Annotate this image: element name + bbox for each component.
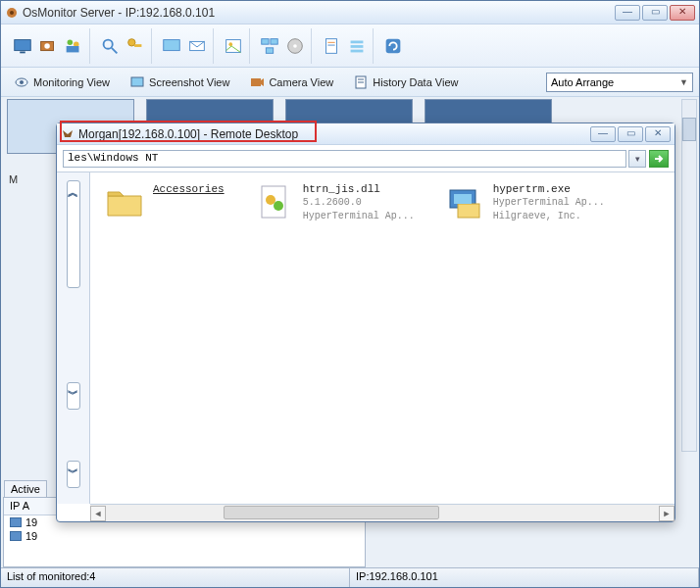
folder-name: Accessories (153, 182, 225, 196)
monitoring-view-button[interactable]: Monitoring View (7, 72, 117, 93)
eye-icon (14, 74, 29, 90)
sidebar-pane[interactable]: ︽ (67, 180, 80, 288)
exe-item[interactable]: hypertrm.exe HyperTerminal Ap... Hilgrae… (444, 182, 605, 223)
svg-rect-8 (67, 46, 79, 52)
disc-icon[interactable] (283, 34, 307, 58)
svg-rect-18 (271, 38, 277, 44)
camera-view-button[interactable]: Camera View (242, 72, 340, 93)
explorer-body: ︽ ︾ ︾ Accessories (57, 172, 675, 504)
search-icon[interactable] (98, 34, 122, 58)
main-toolbar (1, 24, 699, 68)
close-button[interactable]: ✕ (670, 5, 695, 21)
scroll-track[interactable] (106, 506, 659, 521)
history-icon (353, 74, 369, 90)
dll-name: htrn_jis.dll (303, 182, 415, 196)
window-controls: — ▭ ✕ (615, 5, 695, 21)
svg-point-21 (293, 44, 297, 48)
refresh-icon[interactable] (381, 34, 405, 58)
main-window: OsMonitor Server - IP:192.168.0.101 — ▭ … (0, 0, 700, 588)
svg-rect-27 (351, 49, 364, 52)
active-tab[interactable]: Active (4, 480, 47, 497)
maximize-button[interactable]: ▭ (642, 5, 668, 21)
sidebar-pane[interactable]: ︾ (67, 382, 80, 410)
status-monitored-count: List of monitored:4 (1, 568, 350, 587)
main-title: OsMonitor Server - IP:192.168.0.101 (19, 6, 615, 20)
chevron-down-icon: ▼ (679, 77, 688, 87)
list-icon[interactable] (345, 34, 369, 58)
svg-point-38 (266, 195, 275, 205)
exe-name: hypertrm.exe (493, 182, 605, 196)
minimize-button[interactable]: — (615, 5, 640, 21)
monitor-icon[interactable] (11, 34, 34, 58)
dll-desc: HyperTerminal Ap... (303, 210, 415, 223)
status-bar: List of monitored:4 IP:192.168.0.101 (1, 567, 699, 587)
history-view-button[interactable]: History Data View (346, 72, 465, 93)
exe-vendor: Hilgraeve, Inc. (493, 210, 605, 223)
svg-rect-31 (131, 77, 143, 86)
remote-desktop-window: Morgan[192.168.0.100] - Remote Desktop —… (56, 122, 675, 522)
svg-point-9 (104, 39, 113, 48)
svg-point-39 (274, 201, 283, 211)
pc-icon (10, 531, 22, 541)
camera-view-icon (249, 74, 265, 90)
go-button[interactable] (649, 150, 669, 168)
users-icon[interactable] (62, 34, 85, 58)
sub-maximize-button[interactable]: ▭ (618, 126, 643, 142)
svg-rect-3 (20, 51, 25, 53)
svg-rect-19 (266, 47, 273, 53)
exe-desc: HyperTerminal Ap... (493, 196, 605, 210)
chevron-up-icon: ︽ (68, 185, 78, 200)
svg-point-11 (128, 38, 135, 45)
address-bar: les\Windows NT ▾ (57, 145, 675, 172)
svg-rect-22 (326, 38, 337, 53)
network-icon[interactable] (258, 34, 281, 58)
svg-rect-28 (386, 38, 401, 53)
arrow-right-icon (653, 153, 665, 165)
screenshot-view-button[interactable]: Screenshot View (123, 72, 236, 93)
file-area[interactable]: Accessories htrn_jis.dll 5.1.2600.0 Hype… (90, 172, 675, 504)
svg-point-6 (68, 39, 74, 45)
svg-rect-12 (134, 44, 141, 47)
display-icon[interactable] (160, 34, 183, 58)
eagle-icon (61, 127, 75, 141)
scroll-right-button[interactable]: ► (659, 506, 675, 521)
svg-rect-32 (251, 78, 261, 86)
svg-rect-25 (351, 40, 364, 43)
svg-marker-33 (261, 78, 264, 86)
table-row[interactable]: 19 (4, 529, 365, 543)
explorer-sidebar: ︽ ︾ ︾ (57, 172, 90, 504)
svg-rect-41 (458, 204, 479, 218)
svg-rect-42 (454, 194, 472, 204)
svg-rect-2 (15, 39, 31, 50)
sub-title-text: Morgan[192.168.0.100] - Remote Desktop (78, 127, 590, 141)
dll-icon (254, 182, 295, 223)
photo-icon[interactable] (222, 34, 245, 58)
folder-icon (104, 182, 145, 223)
scroll-left-button[interactable]: ◄ (90, 506, 106, 521)
history-label: History Data View (373, 76, 458, 88)
svg-rect-26 (351, 45, 364, 48)
app-icon (5, 6, 19, 20)
mail-icon[interactable] (185, 34, 209, 58)
scroll-thumb[interactable] (224, 506, 439, 519)
key-icon[interactable] (124, 34, 147, 58)
screenshot-icon (129, 74, 145, 90)
dll-item[interactable]: htrn_jis.dll 5.1.2600.0 HyperTerminal Ap… (254, 182, 415, 223)
sidebar-pane[interactable]: ︾ (67, 461, 80, 488)
horizontal-scrollbar[interactable]: ◄ ► (90, 504, 675, 521)
vertical-scrollbar[interactable] (681, 99, 697, 452)
main-titlebar: OsMonitor Server - IP:192.168.0.101 — ▭ … (1, 1, 699, 24)
sub-close-button[interactable]: ✕ (645, 126, 671, 142)
svg-point-16 (228, 42, 232, 46)
svg-point-30 (20, 80, 24, 84)
sub-minimize-button[interactable]: — (590, 126, 616, 142)
camera-icon[interactable] (36, 34, 60, 58)
chevron-down-icon: ︾ (68, 387, 78, 402)
doc-icon[interactable] (320, 34, 343, 58)
path-field[interactable]: les\Windows NT (63, 150, 626, 168)
history-dropdown-button[interactable]: ▾ (628, 150, 646, 168)
svg-rect-13 (164, 39, 180, 50)
sub-titlebar: Morgan[192.168.0.100] - Remote Desktop —… (57, 123, 675, 145)
folder-item[interactable]: Accessories (104, 182, 225, 223)
arrange-dropdown[interactable]: Auto Arrange ▼ (546, 73, 693, 92)
